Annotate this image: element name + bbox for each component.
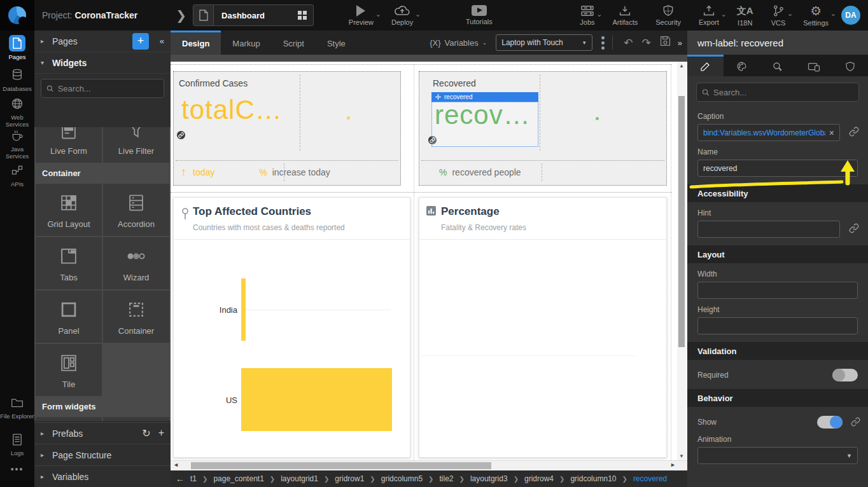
breadcrumb-item[interactable]: layoutgrid3 [470,474,508,483]
section-behavior[interactable]: Behavior [687,389,868,407]
rail-item-file-explorer[interactable]: File Explorer [0,394,34,420]
tab-script[interactable]: Script [272,31,316,55]
app-logo[interactable] [0,0,34,31]
confirmed-total-label[interactable]: totalC… [181,95,283,125]
breadcrumb-item[interactable]: tile2 [440,474,454,483]
widget-live-filter[interactable]: Live Filter [103,127,169,163]
animation-select[interactable]: ▼ [697,447,858,464]
breadcrumb-back-icon[interactable]: ← [176,474,185,484]
height-input[interactable] [703,322,852,331]
widget-live-form[interactable]: Live Form [36,127,102,163]
tile-title[interactable]: Confirmed Cases [179,78,248,88]
caption-field[interactable]: bind:Variables.wsvWordometerGlobal.c × [697,124,840,141]
properties-search-input[interactable] [713,88,853,97]
breadcrumb-item[interactable]: gridcolumn5 [381,474,423,483]
device-select[interactable]: Laptop with Touch ▼ [496,34,592,51]
name-field[interactable] [697,160,858,177]
scroll-left-arrow[interactable]: ◄ [173,462,179,468]
pages-grid-icon[interactable] [298,11,307,20]
vertical-scrollbar[interactable]: ▲ ▼ [677,62,686,460]
section-validation[interactable]: Validation [687,342,868,360]
vcs-button[interactable]: VCS ⌄ [771,4,786,27]
chevron-down-icon[interactable]: ⌄ [787,10,793,18]
tab-events[interactable] [760,55,796,76]
properties-search[interactable] [696,83,859,102]
hint-field[interactable] [697,221,840,238]
height-field[interactable] [697,317,858,334]
add-page-button[interactable]: + [132,33,149,50]
chevron-down-icon[interactable]: ⌄ [596,10,602,18]
user-avatar[interactable]: DA [841,6,860,25]
prefabs-section-header[interactable]: ▸ Prefabs ↻ + [34,422,171,444]
panel-top-affected-countries[interactable]: Top Affected Countries Countries with mo… [173,197,410,458]
tab-security[interactable] [832,55,868,76]
section-accessibility[interactable]: Accessibility [687,184,868,202]
horizontal-scroll-thumb[interactable] [191,462,491,469]
vertical-scroll-thumb[interactable] [678,96,685,347]
variables-section-header[interactable]: ▸ Variables [34,465,171,487]
page-design-surface[interactable]: Confirmed Cases totalC… ↑ today % increa… [171,62,687,460]
widget-grid-layout[interactable]: Grid Layout [36,184,102,236]
section-layout[interactable]: Layout [687,245,868,263]
breadcrumb-item[interactable]: layoutgrid1 [281,474,318,483]
widget-partial-cell[interactable] [103,417,169,421]
widgets-section-header[interactable]: ▾ Widgets [34,52,171,74]
rail-item-databases[interactable]: Databases [0,67,34,92]
scroll-right-arrow[interactable]: ► [670,462,676,468]
tutorials-button[interactable]: Tutorials [466,5,493,25]
required-toggle[interactable] [832,369,858,381]
rail-item-web-services[interactable]: Web Services [0,95,34,128]
tile-title[interactable]: Recovered [433,78,476,88]
scroll-down-arrow[interactable]: ▼ [677,453,686,459]
page-structure-section-header[interactable]: ▸ Page Structure [34,444,171,465]
widget-wizard[interactable]: Wizard [103,237,169,289]
widget-tabs[interactable]: Tabs [36,237,102,289]
rail-item-apis[interactable]: APIs [0,162,34,188]
undo-button[interactable]: ↶ [624,36,633,50]
tile-confirmed-cases[interactable]: Confirmed Cases totalC… ↑ today % increa… [173,71,401,186]
horizontal-scrollbar[interactable]: ◄ ► [171,460,687,470]
refresh-prefabs-icon[interactable]: ↻ [142,427,150,439]
tab-devices[interactable] [795,55,832,76]
widget-search[interactable] [41,79,164,98]
chevron-down-icon[interactable]: ⌄ [830,10,836,18]
preview-button[interactable]: Preview ⌄ [349,5,374,26]
chevron-down-icon[interactable]: ⌄ [375,10,381,18]
artifacts-button[interactable]: Artifacts [613,5,638,26]
recovered-people-label[interactable]: recovered people [452,167,521,177]
increase-today-label[interactable]: increase today [272,167,330,177]
width-input[interactable] [703,286,852,295]
save-button[interactable] [660,36,671,50]
show-toggle[interactable] [817,416,843,429]
widget-container[interactable]: Container [103,291,169,343]
i18n-button[interactable]: 文A I18N [737,4,753,27]
add-prefab-icon[interactable]: + [158,427,164,439]
rail-more-button[interactable]: ••• [0,464,34,474]
selected-widget-outline[interactable] [431,102,538,147]
tab-markup[interactable]: Markup [221,31,271,55]
breadcrumb-item-selected[interactable]: recovered [633,474,667,483]
export-button[interactable]: Export ⌄ [699,5,719,26]
today-label[interactable]: today [193,167,214,177]
redo-button[interactable]: ↷ [642,36,651,50]
bind-property-icon[interactable] [851,417,860,429]
widget-tile[interactable]: Tile [36,344,102,396]
selection-badge[interactable]: recovered [431,92,538,102]
widget-accordion[interactable]: Accordion [103,184,169,236]
tab-properties[interactable] [687,55,724,76]
bar-us[interactable] [241,368,392,431]
name-input[interactable] [703,164,852,173]
chevron-down-icon[interactable]: ⌄ [415,10,421,18]
chevron-down-icon[interactable]: ⌄ [721,10,727,18]
widget-search-input[interactable] [58,84,158,93]
tab-styles[interactable] [724,55,760,76]
security-button[interactable]: Security [655,4,681,26]
width-field[interactable] [697,282,858,299]
variables-button[interactable]: {X} Variables ⌄ [430,38,487,48]
breadcrumb-item[interactable]: gridrow4 [524,474,554,483]
widget-partial-cell[interactable] [36,417,102,421]
hint-input[interactable] [703,225,834,234]
collapse-panel-icon[interactable]: « [154,36,164,46]
clear-binding-icon[interactable]: × [829,128,834,138]
tab-design[interactable]: Design [171,31,221,55]
